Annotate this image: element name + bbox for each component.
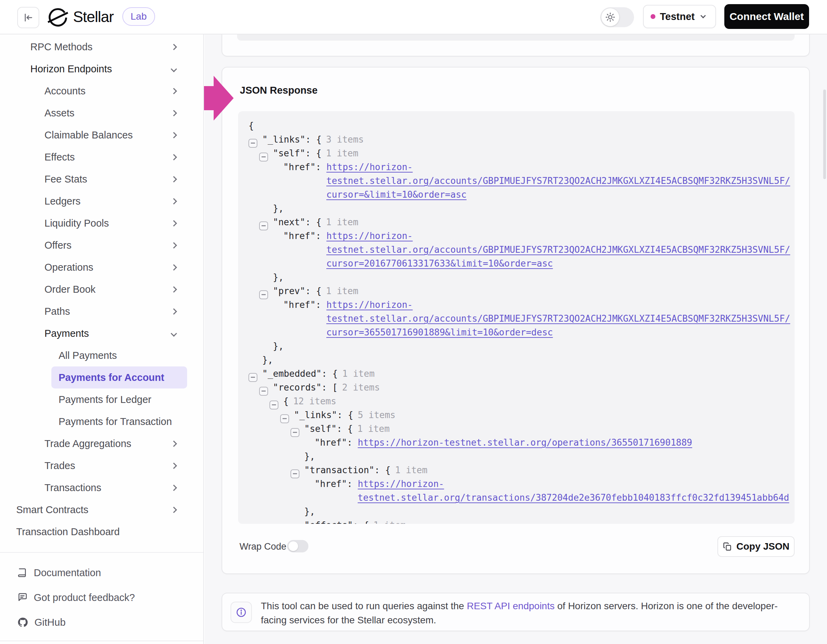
json-code-line: "href": https://horizon- [238,229,794,243]
chevron-right-icon [170,440,177,446]
wrap-code-toggle-knob [289,541,298,551]
collapse-node-icon[interactable] [248,139,257,148]
sidebar-item-effects[interactable]: Effects [37,146,187,168]
sidebar-item-transactions[interactable]: Transactions [37,477,187,499]
json-code-line: "self": {1 item [238,146,794,160]
json-link[interactable]: testnet.stellar.org/transactions/387204d… [358,493,789,503]
chevron-down-icon [170,330,177,336]
sidebar-item-label: Trades [44,460,75,471]
json-link[interactable]: https://horizon- [326,231,412,241]
sidebar-item-trades[interactable]: Trades [37,454,187,477]
json-link[interactable]: cursor=2016770613317633&limit=10&order=a… [326,258,553,269]
json-text: "records": [ [273,382,338,393]
sidebar-item-horizon-endpoints[interactable]: Horizon Endpoints [23,58,187,80]
sidebar-item-liquidity-pools[interactable]: Liquidity Pools [37,212,187,234]
json-text: }, [273,341,284,351]
json-code-line: cursor=365501716901889&limit=10&order=de… [238,325,794,339]
chevron-right-icon [170,88,177,94]
sidebar-item-transaction-dashboard[interactable]: Transaction Dashboard [9,521,187,543]
json-code-line: "self": {1 item [238,422,794,436]
github-icon [17,617,28,628]
rest-api-endpoints-link[interactable]: REST API endpoints [467,600,555,611]
sidebar-item-label: Payments for Ledger [59,394,151,405]
chevron-down-icon [170,66,177,72]
sidebar-link-label: Documentation [34,567,101,579]
json-link[interactable]: cursor=365501716901889&limit=10&order=de… [326,327,553,338]
sidebar-item-offers[interactable]: Offers [37,234,187,256]
json-code-block[interactable]: {"_links": {3 items"self": {1 item"href"… [238,111,794,524]
collapse-node-icon[interactable] [259,152,268,162]
json-link[interactable]: https://horizon- [326,162,412,172]
network-selector[interactable]: Testnet [643,5,716,28]
theme-toggle[interactable] [600,7,634,27]
collapse-node-icon[interactable] [290,428,300,437]
copy-json-button[interactable]: Copy JSON [718,536,794,557]
json-text: "_links": { [294,410,353,420]
sidebar-item-operations[interactable]: Operations [37,256,187,278]
collapse-sidebar-button[interactable] [17,7,39,28]
sidebar-item-label: Horizon Endpoints [30,63,112,75]
brand-wordmark[interactable]: Stellar [73,8,114,25]
sidebar-item-label: Paths [44,306,70,317]
info-text: This tool can be used to run queries aga… [261,599,779,627]
wrap-code-toggle[interactable] [287,540,308,552]
sidebar-item-accounts[interactable]: Accounts [37,80,187,102]
sidebar-item-payments-for-ledger[interactable]: Payments for Ledger [51,389,187,411]
chevron-right-icon [170,198,177,204]
json-code-line: }, [238,201,794,215]
json-link[interactable]: https://horizon- [326,300,412,310]
sidebar-item-paths[interactable]: Paths [37,300,187,322]
previous-card-partial [222,34,810,56]
json-text: }, [273,203,284,213]
json-link[interactable]: https://horizon- [358,479,444,489]
collapse-node-icon[interactable] [280,414,289,423]
sidebar-nav: RPC MethodsHorizon EndpointsAccountsAsse… [0,34,204,644]
sidebar-link-github[interactable]: GitHub [17,610,203,635]
json-code-line: }, [238,339,794,353]
sidebar-link-documentation[interactable]: Documentation [17,560,203,585]
stellar-logo-icon[interactable] [48,7,68,29]
json-text: "href": [283,300,326,310]
collapse-node-icon[interactable] [259,387,268,396]
json-code-line: "records": [2 items [238,381,794,394]
sidebar-link-feedback[interactable]: Got product feedback? [17,585,203,610]
json-code-line: "transaction": {1 item [238,463,794,477]
collapse-node-icon[interactable] [270,401,278,409]
connect-wallet-button[interactable]: Connect Wallet [724,4,809,29]
json-link[interactable]: testnet.stellar.org/accounts/GBPIMUEJFYS… [326,244,790,255]
json-code-line: "href": https://horizon- [238,477,794,491]
json-code-line: testnet.stellar.org/accounts/GBPIMUEJFYS… [238,243,794,257]
sidebar-item-label: Claimable Balances [44,129,133,141]
wrap-code-label: Wrap Code [239,541,286,552]
json-link[interactable]: https://horizon-testnet.stellar.org/oper… [358,437,692,448]
sidebar-item-rpc-methods[interactable]: RPC Methods [23,36,187,58]
chevron-right-icon [170,264,177,270]
json-text: }, [304,506,315,516]
sidebar-item-label: Fee Stats [44,174,87,185]
sidebar-item-smart-contracts[interactable]: Smart Contracts [9,499,187,521]
sidebar-item-ledgers[interactable]: Ledgers [37,190,187,212]
collapse-node-icon[interactable] [259,221,268,230]
json-code-line: }, [238,353,794,367]
scrollbar-thumb[interactable] [823,90,826,179]
sidebar-item-payments-for-account[interactable]: Payments for Account [51,366,187,389]
chevron-right-icon [170,286,177,292]
collapse-node-icon[interactable] [290,470,300,478]
collapse-node-icon[interactable] [248,373,257,382]
sidebar-item-claimable-balances[interactable]: Claimable Balances [37,124,187,146]
sidebar-item-payments[interactable]: Payments [37,322,187,344]
sidebar-item-order-book[interactable]: Order Book [37,278,187,300]
sidebar-link-label: GitHub [34,617,66,628]
sidebar-item-all-payments[interactable]: All Payments [51,344,187,366]
json-item-count: 5 items [358,410,396,420]
json-link[interactable]: testnet.stellar.org/accounts/GBPIMUEJFYS… [326,176,790,186]
sidebar-item-label: Order Book [44,284,95,295]
sidebar-item-assets[interactable]: Assets [37,102,187,124]
sidebar-item-fee-stats[interactable]: Fee Stats [37,168,187,190]
json-link[interactable]: testnet.stellar.org/accounts/GBPIMUEJFYS… [326,313,790,324]
sidebar-item-payments-for-transaction[interactable]: Payments for Transaction [51,411,187,432]
json-link[interactable]: cursor=&limit=10&order=asc [326,190,467,200]
sidebar-item-trade-aggregations[interactable]: Trade Aggregations [37,432,187,454]
collapse-node-icon[interactable] [259,290,268,299]
main-content: JSON Response {"_links": {3 items"self":… [205,34,827,644]
